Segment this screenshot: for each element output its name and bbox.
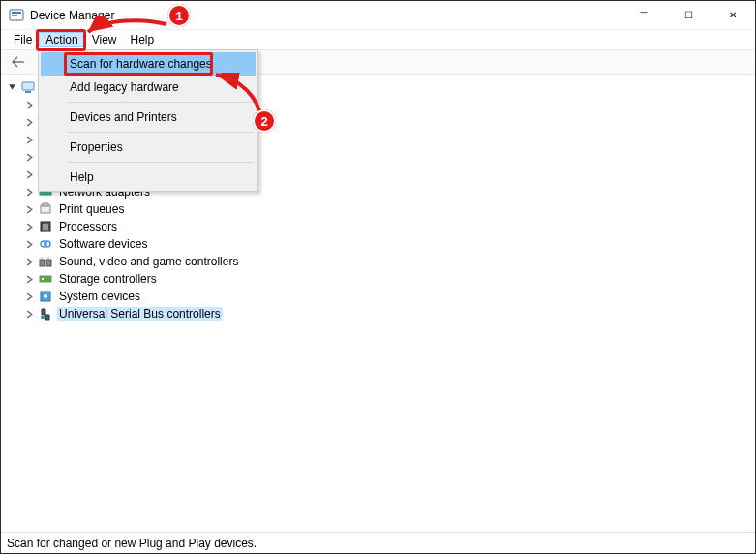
- svg-point-25: [45, 241, 50, 247]
- tree-item[interactable]: Software devices: [1, 235, 755, 253]
- computer-icon: [20, 79, 36, 95]
- minimize-button[interactable]: ─: [621, 1, 666, 30]
- menu-item-label: Add legacy hardware: [70, 80, 179, 94]
- svg-point-31: [44, 294, 47, 298]
- chevron-right-icon[interactable]: [22, 185, 36, 199]
- status-text: Scan for changed or new Plug and Play de…: [7, 537, 257, 550]
- toolbar-back-button[interactable]: [7, 51, 30, 73]
- chevron-right-icon[interactable]: [22, 290, 36, 303]
- tree-item[interactable]: Print queues: [1, 200, 755, 218]
- svg-rect-1: [12, 12, 21, 14]
- svg-rect-4: [25, 91, 31, 93]
- chevron-right-icon[interactable]: [22, 220, 36, 233]
- device-category-icon: [38, 289, 53, 304]
- chevron-down-icon[interactable]: [5, 80, 18, 94]
- menu-item-label: Properties: [70, 140, 123, 154]
- menu-action[interactable]: Action: [39, 32, 84, 47]
- device-category-icon: [38, 236, 53, 252]
- svg-rect-29: [42, 278, 44, 280]
- chevron-right-icon[interactable]: [22, 255, 36, 268]
- tree-item-label: System devices: [57, 290, 142, 303]
- annotation-step-1: 1: [167, 4, 191, 27]
- menu-file[interactable]: File: [7, 32, 39, 47]
- menu-bar: File Action View Help: [1, 30, 755, 49]
- menu-separator: [68, 102, 254, 103]
- svg-rect-27: [46, 260, 51, 266]
- menu-item-help[interactable]: Help: [41, 166, 256, 189]
- tree-item-label: Storage controllers: [57, 272, 159, 286]
- app-icon: [9, 8, 24, 23]
- chevron-right-icon[interactable]: [22, 133, 36, 146]
- tree-item[interactable]: Sound, video and game controllers: [1, 253, 755, 270]
- chevron-right-icon[interactable]: [22, 168, 36, 181]
- tree-item[interactable]: System devices: [1, 288, 755, 305]
- tree-item-label: Universal Serial Bus controllers: [57, 307, 223, 321]
- chevron-right-icon[interactable]: [22, 237, 36, 251]
- tree-item[interactable]: Processors: [1, 218, 755, 235]
- chevron-right-icon[interactable]: [22, 150, 36, 164]
- device-category-icon: [38, 271, 53, 287]
- menu-item-label: Scan for hardware changes: [70, 57, 212, 71]
- svg-rect-3: [22, 82, 34, 90]
- title-bar: Device Manager ─ ☐ ✕: [1, 1, 755, 30]
- menu-item-label: Devices and Printers: [70, 110, 177, 124]
- chevron-right-icon[interactable]: [22, 98, 36, 111]
- status-bar: Scan for changed or new Plug and Play de…: [1, 532, 755, 553]
- tree-item-label: Sound, video and game controllers: [57, 255, 240, 268]
- menu-item-properties[interactable]: Properties: [41, 136, 256, 159]
- tree-item-label: Software devices: [57, 237, 149, 251]
- svg-rect-28: [40, 276, 51, 282]
- device-category-icon: [38, 306, 53, 322]
- tree-item-label: Print queues: [57, 202, 126, 216]
- tree-item[interactable]: Universal Serial Bus controllers: [1, 305, 755, 323]
- annotation-step-2: 2: [253, 109, 276, 133]
- menu-help[interactable]: Help: [124, 32, 162, 47]
- menu-item-label: Help: [70, 170, 94, 184]
- menu-item-add-legacy[interactable]: Add legacy hardware: [41, 76, 256, 99]
- window-title: Device Manager: [30, 9, 114, 22]
- chevron-right-icon[interactable]: [22, 307, 36, 321]
- svg-rect-21: [43, 203, 48, 206]
- menu-separator: [68, 162, 254, 163]
- chevron-right-icon[interactable]: [22, 115, 36, 129]
- chevron-right-icon[interactable]: [22, 202, 36, 216]
- maximize-button[interactable]: ☐: [666, 1, 711, 30]
- menu-separator: [68, 132, 254, 133]
- action-menu-dropdown: Scan for hardware changes Add legacy har…: [38, 49, 258, 192]
- menu-item-devices-printers[interactable]: Devices and Printers: [41, 106, 256, 129]
- tree-item[interactable]: Storage controllers: [1, 270, 755, 288]
- svg-rect-2: [12, 15, 17, 16]
- tree-item-label: Processors: [57, 220, 119, 233]
- device-category-icon: [38, 201, 53, 217]
- device-category-icon: [38, 254, 53, 269]
- svg-rect-23: [43, 224, 48, 230]
- menu-view[interactable]: View: [85, 32, 124, 47]
- device-category-icon: [38, 219, 53, 234]
- svg-rect-26: [40, 260, 45, 266]
- svg-rect-32: [41, 316, 45, 319]
- close-button[interactable]: ✕: [711, 1, 755, 30]
- chevron-right-icon[interactable]: [22, 272, 36, 286]
- menu-item-scan-hardware[interactable]: Scan for hardware changes: [41, 52, 256, 76]
